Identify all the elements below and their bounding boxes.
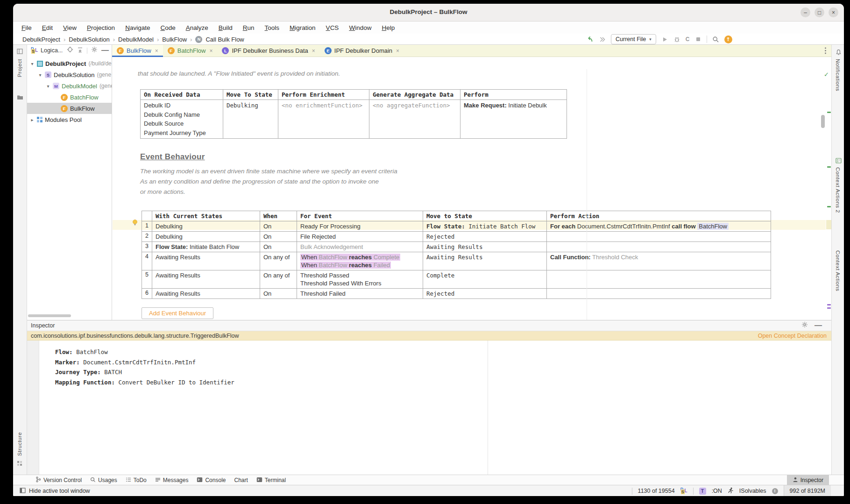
project-view-mode[interactable]: Logica... — [41, 47, 63, 54]
tool-stripe-structure[interactable]: Structure — [17, 432, 22, 456]
toolwindow-tab-console[interactable]: Console — [197, 477, 226, 484]
menu-item-code[interactable]: Code — [160, 24, 175, 31]
menu-item-migration[interactable]: Migration — [290, 24, 316, 31]
doc-header-cell[interactable]: Perform Enrichment — [278, 90, 369, 100]
field-value[interactable]: Document.CstmrCdtTrfInitn.PmtInf — [80, 359, 196, 366]
doc-cell[interactable] — [547, 242, 771, 252]
close-button[interactable]: × — [829, 7, 838, 17]
close-icon[interactable]: × — [209, 48, 212, 54]
menu-item-run[interactable]: Run — [243, 24, 255, 31]
hide-panel-icon[interactable]: — — [815, 321, 822, 330]
stripe-mark-purple[interactable] — [827, 304, 831, 305]
menu-item-build[interactable]: Build — [219, 24, 233, 31]
solvables-indicator[interactable]: ISolvables — [739, 488, 766, 494]
run-icon[interactable] — [661, 36, 668, 43]
close-icon[interactable]: × — [155, 48, 158, 54]
tab-bulkflow[interactable]: FBulkFlow× — [112, 45, 163, 57]
doc-cell[interactable]: Rejected — [423, 289, 547, 299]
toolwindow-tab-messages[interactable]: Messages — [155, 477, 189, 484]
tree-item-bulkflow[interactable]: FBulkFlow — [27, 103, 112, 114]
close-icon[interactable]: × — [312, 48, 315, 54]
collapse-all-icon[interactable] — [77, 46, 83, 55]
stripe-mark-purple[interactable] — [827, 307, 831, 309]
status-info-icon[interactable]: ! — [772, 488, 778, 494]
intention-bulb-icon[interactable] — [132, 219, 138, 228]
doc-cell[interactable] — [547, 289, 771, 299]
menu-item-edit[interactable]: Edit — [42, 24, 53, 31]
doc-cell[interactable]: Rejected — [423, 232, 547, 242]
doc-cell[interactable]: Awaiting Results — [152, 252, 260, 270]
inspections-ok-icon[interactable]: ✓ — [824, 71, 829, 78]
doc-cell[interactable]: On any of — [260, 252, 297, 270]
doc-cell[interactable]: Debulk IDDebulk Config NameDebulk Source… — [141, 100, 223, 139]
doc-cell[interactable]: Complete — [423, 270, 547, 289]
tool-stripe-context-actions-2[interactable]: Context Actions 2 — [835, 167, 841, 213]
tab-ipf-debulker-business-data[interactable]: LIPF Debulker Business Data× — [217, 45, 319, 57]
toolwindow-tab-chart[interactable]: Chart — [234, 477, 248, 483]
doc-cell[interactable]: Debulking — [223, 100, 278, 139]
toolwindow-tab-terminal[interactable]: Terminal — [256, 477, 286, 484]
doc-cell[interactable]: Debulking — [152, 232, 260, 242]
toolwindow-tab-inspector[interactable]: Inspector — [787, 475, 829, 485]
status-hide-toolwindow[interactable]: Hide active tool window — [20, 485, 90, 496]
doc-cell[interactable] — [547, 270, 771, 289]
doc-cell[interactable]: Make Request: Initiate Debulk — [460, 100, 567, 139]
doc-cell[interactable]: Debulking — [152, 221, 260, 232]
doc-cell[interactable]: Awaiting Results — [423, 242, 547, 252]
toolwindow-tab-usages[interactable]: Usages — [90, 477, 117, 484]
doc-header-cell[interactable]: Perform — [460, 90, 567, 100]
doc-header-cell[interactable] — [142, 211, 152, 221]
doc-header-cell[interactable]: With Current States — [152, 211, 260, 221]
horizontal-scrollbar[interactable] — [28, 314, 71, 317]
memory-indicator[interactable]: 992 of 8192M — [784, 485, 831, 496]
doc-header-cell[interactable]: For Event — [297, 211, 423, 221]
tree-item-debulkproject[interactable]: ▾DebulkProject(/build/de — [27, 58, 112, 69]
minimize-button[interactable]: – — [800, 7, 810, 17]
menu-item-file[interactable]: File — [21, 24, 32, 31]
field-value[interactable]: BatchFlow — [73, 348, 108, 355]
breadcrumb-call-bulk-flow[interactable]: Call Bulk Flow — [205, 36, 244, 43]
tree-item-modules-pool[interactable]: ▸Modules Pool — [27, 114, 112, 125]
locate-icon[interactable] — [67, 46, 73, 55]
doc-header-cell[interactable]: When — [260, 211, 297, 221]
tree-chevron-icon[interactable]: ▾ — [30, 61, 35, 66]
toolwindow-tab-todo[interactable]: ToDo — [126, 477, 147, 484]
debug-icon[interactable] — [673, 36, 680, 43]
hide-panel-icon[interactable]: — — [101, 46, 109, 55]
tool-stripe-project[interactable]: Project — [17, 59, 22, 77]
doc-header-cell[interactable]: Perform Action — [547, 211, 771, 221]
tree-item-debulksolution[interactable]: ▾SDebulkSolution(gene — [27, 69, 112, 80]
breadcrumb-debulksolution[interactable]: DebulkSolution — [69, 36, 109, 43]
tool-stripe-notifications[interactable]: Notifications — [835, 59, 841, 91]
breadcrumb-debulkproject[interactable]: DebulkProject — [22, 36, 60, 43]
add-event-behaviour-button[interactable]: Add Event Behaviour — [142, 307, 213, 319]
tab-ipf-debulker-domain[interactable]: EIPF Debulker Domain× — [320, 45, 404, 57]
doc-cell[interactable]: On — [260, 242, 297, 252]
folder-icon[interactable] — [17, 93, 23, 102]
doc-cell[interactable]: For each Document.CstmrCdtTrfInitn.PmtIn… — [547, 221, 771, 232]
editor-scrollbar-thumb[interactable] — [821, 115, 825, 128]
run-configuration-select[interactable]: Current File ▾ — [611, 34, 656, 44]
doc-cell[interactable]: When BatchFlow reaches CompleteWhen Batc… — [297, 252, 423, 270]
doc-cell[interactable]: Call Function: Threshold Check — [547, 252, 771, 270]
breadcrumb-bulkflow[interactable]: BulkFlow — [162, 36, 187, 43]
search-everywhere-icon[interactable] — [712, 36, 719, 43]
tree-chevron-icon[interactable]: ▾ — [46, 84, 50, 89]
rerun-icon[interactable] — [599, 36, 606, 43]
doc-cell[interactable]: Awaiting Results — [423, 252, 547, 270]
doc-cell[interactable]: File Rejected — [297, 232, 423, 242]
doc-cell[interactable]: Flow State: Initiate Batch Flow — [423, 221, 547, 232]
field-value[interactable]: Convert DeBulker ID to Identifier — [115, 379, 234, 386]
stripe-mark-green[interactable] — [827, 112, 831, 113]
menu-item-vcs[interactable]: VCS — [326, 24, 339, 31]
undo-arrow-icon[interactable] — [586, 35, 594, 43]
menu-item-help[interactable]: Help — [382, 24, 395, 31]
doc-cell[interactable]: On — [260, 289, 297, 299]
doc-cell[interactable]: Threshold PassedThreshold Passed With Er… — [297, 270, 423, 289]
doc-header-cell[interactable]: Move To State — [223, 90, 278, 100]
menu-item-view[interactable]: View — [63, 24, 77, 31]
tool-stripe-context-actions[interactable]: Context Actions — [835, 250, 841, 291]
editor-canvas[interactable]: that should be launched. A "Flow Initiat… — [112, 57, 831, 320]
stop-icon[interactable] — [695, 36, 701, 43]
tree-chevron-icon[interactable]: ▾ — [38, 72, 42, 78]
